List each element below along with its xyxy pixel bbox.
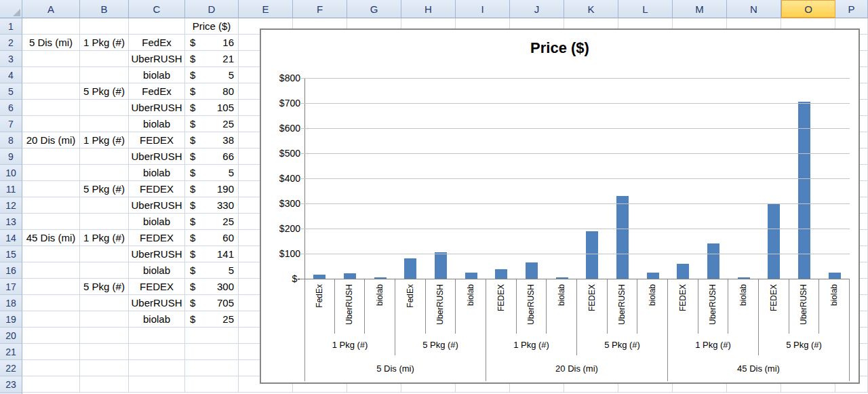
cell-c20[interactable] [129,328,185,344]
cell-c5[interactable]: FedEx [129,83,185,100]
chart-bar-fedex-16[interactable] [768,203,780,279]
chart-bar-uberrush-8[interactable] [526,262,538,279]
cell-c19[interactable]: biolab [129,311,185,328]
chart-bar-fedex-10[interactable] [586,231,598,279]
cell-b21[interactable] [80,344,129,360]
cell-b1[interactable] [80,18,129,35]
cell-d2[interactable]: $16 [185,35,239,51]
cell-d10[interactable]: $5 [185,165,239,181]
cell-a7[interactable] [22,116,80,132]
cell-c2[interactable]: FedEx [129,35,185,51]
cell-a23[interactable] [22,376,80,393]
cell-d3[interactable]: $21 [185,51,239,67]
chart-bar-uberrush-5[interactable] [435,252,447,279]
cell-b22[interactable] [80,360,129,376]
column-header-n[interactable]: N [727,0,781,18]
chart-bar-uberrush-14[interactable] [707,243,719,279]
cell-a15[interactable] [22,246,80,262]
cell-d20[interactable] [185,328,239,344]
row-header-18[interactable]: 18 [0,295,22,311]
cell-a2[interactable]: 5 Dis (mi) [22,35,80,51]
cell-d1[interactable]: Price ($) [185,18,239,35]
cell-b9[interactable] [80,149,129,165]
cell-c10[interactable]: biolab [129,165,185,181]
cell-d8[interactable]: $38 [185,132,239,149]
column-header-m[interactable]: M [673,0,727,18]
row-header-16[interactable]: 16 [0,262,22,279]
row-header-19[interactable]: 19 [0,311,22,328]
row-header-6[interactable]: 6 [0,100,22,116]
cell-b7[interactable] [80,116,129,132]
column-header-a[interactable]: A [22,0,80,18]
price-chart[interactable]: Price ($) $-$100$200$300$400$500$600$700… [260,28,860,384]
cell-b3[interactable] [80,51,129,67]
column-header-p[interactable]: P [835,0,868,18]
column-header-c[interactable]: C [129,0,185,18]
cell-b16[interactable] [80,262,129,279]
chart-bar-uberrush-2[interactable] [344,273,356,279]
column-header-h[interactable]: H [401,0,456,18]
cell-a22[interactable] [22,360,80,376]
cell-c8[interactable]: FEDEX [129,132,185,149]
cell-c13[interactable]: biolab [129,214,185,230]
cell-b2[interactable]: 1 Pkg (#) [80,35,129,51]
cell-a6[interactable] [22,100,80,116]
cell-b5[interactable]: 5 Pkg (#) [80,83,129,100]
cell-a3[interactable] [22,51,80,67]
column-header-j[interactable]: J [510,0,564,18]
cell-c1[interactable] [129,18,185,35]
cell-a20[interactable] [22,328,80,344]
cell-d6[interactable]: $105 [185,100,239,116]
row-header-23[interactable]: 23 [0,376,22,393]
cell-d14[interactable]: $60 [185,230,239,246]
cell-a9[interactable] [22,149,80,165]
row-header-17[interactable]: 17 [0,279,22,295]
row-header-22[interactable]: 22 [0,360,22,376]
chart-bar-fedex-7[interactable] [495,269,507,279]
cell-d17[interactable]: $300 [185,279,239,295]
cell-b11[interactable]: 5 Pkg (#) [80,181,129,197]
column-header-g[interactable]: G [347,0,401,18]
column-header-d[interactable]: D [185,0,239,18]
chart-bar-biolab-18[interactable] [829,273,841,279]
row-header-3[interactable]: 3 [0,51,22,67]
column-header-o[interactable]: O [781,0,835,18]
cell-a12[interactable] [22,197,80,214]
cell-d7[interactable]: $25 [185,116,239,132]
cell-b10[interactable] [80,165,129,181]
cell-d12[interactable]: $330 [185,197,239,214]
cell-b4[interactable] [80,67,129,83]
cell-d4[interactable]: $5 [185,67,239,83]
cell-c16[interactable]: biolab [129,262,185,279]
row-header-5[interactable]: 5 [0,83,22,100]
cell-a16[interactable] [22,262,80,279]
cell-c6[interactable]: UberRUSH [129,100,185,116]
row-header-11[interactable]: 11 [0,181,22,197]
column-header-l[interactable]: L [618,0,673,18]
cell-b6[interactable] [80,100,129,116]
cell-d13[interactable]: $25 [185,214,239,230]
cell-d18[interactable]: $705 [185,295,239,311]
row-header-9[interactable]: 9 [0,149,22,165]
cell-a18[interactable] [22,295,80,311]
row-header-10[interactable]: 10 [0,165,22,181]
row-header-13[interactable]: 13 [0,214,22,230]
cell-b18[interactable] [80,295,129,311]
cell-b15[interactable] [80,246,129,262]
chart-bar-biolab-6[interactable] [465,273,477,279]
cell-a14[interactable]: 45 Dis (mi) [22,230,80,246]
row-header-1[interactable]: 1 [0,18,22,35]
cell-a4[interactable] [22,67,80,83]
cell-c21[interactable] [129,344,185,360]
cell-c14[interactable]: FEDEX [129,230,185,246]
column-header-b[interactable]: B [80,0,129,18]
chart-bar-fedex-13[interactable] [677,264,689,279]
row-header-20[interactable]: 20 [0,328,22,344]
cell-c4[interactable]: biolab [129,67,185,83]
cell-d9[interactable]: $66 [185,149,239,165]
row-header-2[interactable]: 2 [0,35,22,51]
cell-d11[interactable]: $190 [185,181,239,197]
cell-a21[interactable] [22,344,80,360]
cell-b14[interactable]: 1 Pkg (#) [80,230,129,246]
cell-a13[interactable] [22,214,80,230]
